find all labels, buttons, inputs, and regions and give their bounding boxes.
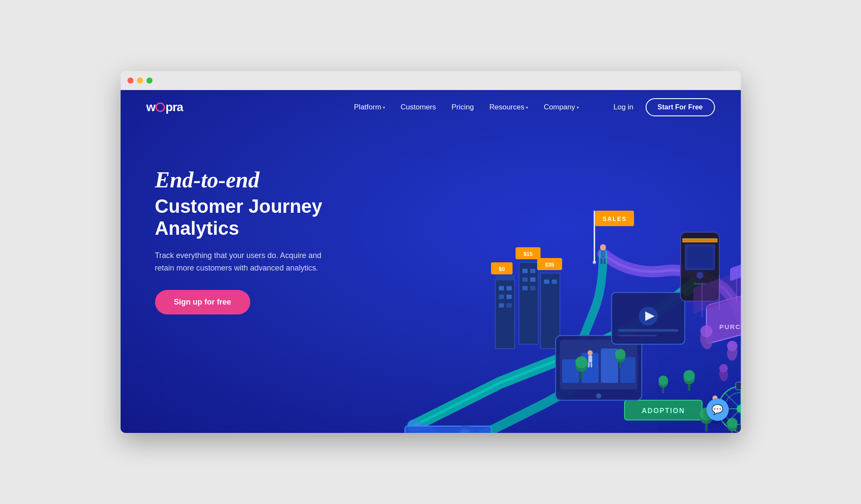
svg-rect-52: [618, 329, 678, 332]
svg-rect-17: [499, 295, 504, 299]
svg-rect-98: [588, 355, 592, 362]
svg-rect-89: [705, 424, 708, 432]
svg-point-12: [593, 261, 596, 264]
svg-rect-36: [544, 280, 549, 284]
svg-rect-13: [495, 280, 515, 348]
svg-point-76: [575, 356, 587, 368]
svg-point-82: [684, 370, 695, 381]
svg-rect-92: [731, 431, 733, 433]
svg-text:SALES: SALES: [602, 215, 627, 222]
svg-point-91: [727, 418, 737, 428]
hero-text: End-to-end Customer Journey Analytics Tr…: [155, 168, 379, 314]
nav-links: Platform ▾ Customers Pricing Res: [354, 103, 579, 112]
nav-item-company[interactable]: Company ▾: [544, 103, 579, 112]
svg-point-97: [587, 350, 593, 355]
svg-text:$0: $0: [498, 266, 504, 272]
svg-point-104: [700, 325, 712, 337]
hero-section: End-to-end Customer Journey Analytics Tr…: [121, 124, 741, 433]
svg-rect-80: [619, 362, 621, 368]
svg-rect-94: [601, 250, 605, 258]
svg-rect-99: [588, 362, 590, 367]
chevron-down-icon: ▾: [577, 105, 579, 110]
login-link[interactable]: Log in: [613, 103, 633, 112]
svg-point-79: [615, 349, 625, 359]
nav-item-platform[interactable]: Platform ▾: [354, 103, 385, 112]
chevron-down-icon: ▾: [383, 105, 385, 110]
nav-right: Log in Start For Free: [613, 98, 715, 116]
svg-point-60: [696, 272, 703, 279]
svg-rect-29: [530, 277, 535, 282]
svg-rect-24: [519, 262, 538, 344]
svg-text:PURCHASE: PURCHASE: [719, 323, 740, 330]
svg-text:ADOPTION: ADOPTION: [641, 407, 684, 414]
svg-point-106: [727, 341, 737, 351]
nav-item-customers[interactable]: Customers: [401, 103, 436, 112]
nav-item-resources[interactable]: Resources ▾: [489, 103, 528, 112]
svg-rect-100: [591, 362, 592, 367]
svg-rect-86: [662, 388, 664, 393]
hero-illustration: DISCOVERY ADOPTION PURCHASE: [370, 124, 741, 433]
svg-rect-56: [683, 239, 717, 242]
svg-point-85: [659, 376, 668, 385]
svg-point-47: [596, 393, 601, 398]
logo[interactable]: wpra: [146, 100, 183, 114]
svg-rect-0: [405, 426, 491, 433]
browser-chrome: [121, 71, 741, 90]
hero-headline-main: Customer Journey Analytics: [155, 196, 379, 239]
logo-circle-icon: [155, 103, 165, 112]
svg-rect-30: [522, 286, 528, 290]
svg-rect-20: [507, 303, 512, 308]
svg-rect-59: [687, 246, 713, 268]
svg-text:$15: $15: [523, 251, 533, 257]
browser-window: wpra Platform ▾ Customers Pricing: [121, 71, 741, 433]
svg-rect-53: [618, 335, 657, 336]
nav-company-label: Company: [544, 103, 575, 112]
svg-rect-15: [499, 286, 504, 290]
svg-rect-83: [688, 384, 690, 391]
svg-rect-31: [530, 286, 535, 290]
nav-platform-label: Platform: [354, 103, 381, 112]
chat-icon: 💬: [712, 404, 723, 415]
svg-rect-77: [580, 372, 583, 379]
svg-rect-28: [522, 277, 528, 282]
svg-rect-95: [600, 258, 603, 264]
svg-rect-16: [507, 286, 512, 290]
nav-pricing-label: Pricing: [451, 103, 474, 112]
signup-button[interactable]: Sign up for free: [155, 290, 250, 314]
svg-rect-18: [507, 295, 512, 299]
svg-rect-27: [530, 269, 535, 273]
svg-text:$35: $35: [545, 261, 554, 268]
page-content: wpra Platform ▾ Customers Pricing: [121, 90, 741, 433]
svg-rect-21: [495, 275, 515, 280]
hero-subheadline: Track everything that your users do. Acq…: [155, 249, 379, 274]
svg-rect-96: [603, 258, 606, 264]
nav-resources-label: Resources: [489, 103, 524, 112]
hero-headline-italic: End-to-end: [155, 168, 379, 192]
svg-rect-37: [552, 280, 557, 284]
navbar: wpra Platform ▾ Customers Pricing: [121, 90, 741, 124]
chat-widget[interactable]: 💬: [706, 398, 729, 421]
nav-customers-label: Customers: [401, 103, 436, 112]
svg-rect-19: [499, 303, 504, 308]
traffic-lights: [127, 78, 152, 84]
svg-rect-69: [736, 382, 741, 390]
start-free-button[interactable]: Start For Free: [646, 98, 715, 116]
fullscreen-button[interactable]: [146, 78, 152, 84]
close-button[interactable]: [127, 78, 134, 84]
svg-rect-26: [522, 269, 528, 273]
svg-point-108: [719, 364, 728, 373]
svg-point-93: [600, 244, 606, 250]
minimize-button[interactable]: [137, 78, 143, 84]
nav-item-pricing[interactable]: Pricing: [451, 103, 474, 112]
chevron-down-icon: ▾: [526, 105, 528, 110]
